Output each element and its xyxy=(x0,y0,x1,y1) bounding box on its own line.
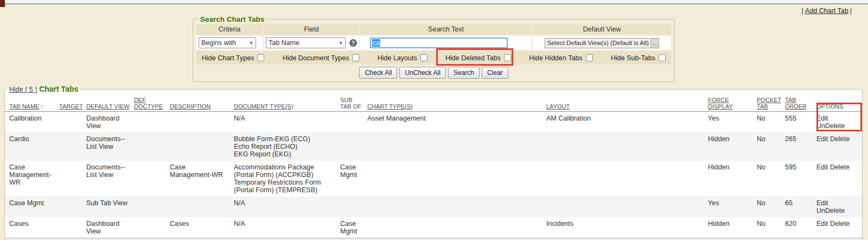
column-header-default-view[interactable]: DEFAULT VIEW xyxy=(86,96,134,112)
paging-status: DISPLAYING 1-5 / 5 xyxy=(5,238,862,240)
cell-default-view: Dashboard View xyxy=(86,112,134,133)
hide-sub-tabs-option: Hide Sub-Tabs xyxy=(611,54,666,62)
hide-hidden-tabs-option: Hide Hidden Tabs xyxy=(529,54,592,62)
chevron-down-icon: ▼ xyxy=(249,41,253,46)
undelete-link[interactable]: UnDelete xyxy=(816,122,845,130)
cell-pocket-tab: No xyxy=(757,112,785,133)
search-chart-tabs-panel: Search Chart Tabs Criteria Field Search … xyxy=(193,15,675,82)
cell-sub-tab-of xyxy=(340,197,367,217)
search-panel-legend: Search Chart Tabs xyxy=(198,15,266,23)
cell-pocket-tab: No xyxy=(757,132,785,161)
column-header-layout[interactable]: LAYOUT xyxy=(546,96,708,112)
search-button[interactable]: Search xyxy=(448,67,480,79)
column-header-tab-order[interactable]: TAB ORDER xyxy=(785,96,816,112)
search-buttons-row: Check All UnCheck All Search Clear xyxy=(196,65,672,79)
edit-link[interactable]: Edit xyxy=(816,163,828,171)
chevron-down-icon: ▼ xyxy=(339,41,343,46)
cell-tab-order: 555 xyxy=(785,112,816,133)
hide-document-types-option: Hide Document Types xyxy=(283,54,360,62)
column-header-document-types[interactable]: DOCUMENT TYPE(S) xyxy=(234,96,340,112)
cell-document-types: Accommodations Package (Portal Form) (AC… xyxy=(234,161,340,197)
table-row: Calibration Dashboard View N/A Asset Man… xyxy=(5,112,862,133)
hide-chart-types-label: Hide Chart Types xyxy=(202,54,254,62)
field-select[interactable]: Tab Name ▼ xyxy=(266,37,346,48)
hide-chart-types-checkbox[interactable] xyxy=(257,54,264,61)
uncheck-all-button[interactable]: UnCheck All xyxy=(399,67,445,79)
hide-deleted-tabs-option: Hide Deleted Tabs xyxy=(445,54,511,62)
criteria-column-header: Criteria xyxy=(196,24,263,35)
cell-chart-types xyxy=(367,197,546,217)
cell-tab-name: Cardio xyxy=(5,132,59,161)
delete-link[interactable]: Delete xyxy=(830,220,850,228)
cell-def-doctype xyxy=(134,217,170,238)
delete-link[interactable]: Delete xyxy=(830,135,850,143)
column-header-target[interactable]: TARGET xyxy=(59,96,86,112)
hide-sub-tabs-checkbox[interactable] xyxy=(659,54,666,61)
separator-pipe: | xyxy=(850,7,852,15)
cell-default-view: Documents--List View xyxy=(86,161,134,197)
column-header-pocket-tab[interactable]: POCKET TAB xyxy=(757,96,785,112)
cell-options: Edit UnDelete xyxy=(816,112,862,133)
corner-artifact xyxy=(0,0,5,7)
cell-tab-order: 595 xyxy=(785,161,816,197)
default-view-cell: Select Default View(s) (Default is All) … xyxy=(533,36,671,50)
hide-results-link[interactable]: Hide ( 5 ) xyxy=(9,86,37,93)
chart-tabs-table: TAB NAME↑ TARGET DEFAULT VIEW DEF DOCTYP… xyxy=(5,96,862,238)
edit-link[interactable]: Edit xyxy=(816,115,828,122)
edit-link[interactable]: Edit xyxy=(816,199,828,207)
cell-tab-name: Case Mgmt xyxy=(5,197,59,217)
cell-default-view: Dashboard View xyxy=(86,217,134,238)
hide-deleted-tabs-checkbox[interactable] xyxy=(504,54,511,61)
cell-options: Edit Delete xyxy=(816,161,862,197)
column-header-tab-name[interactable]: TAB NAME↑ xyxy=(5,96,59,112)
help-icon[interactable]: ? xyxy=(349,39,357,47)
column-header-chart-types[interactable]: CHART TYPE(S) xyxy=(367,96,546,112)
add-chart-tab-bar: |Add Chart Tab| xyxy=(802,7,852,15)
cell-force-display: Hidden xyxy=(708,161,757,197)
cell-tab-name: Calibration xyxy=(5,112,59,133)
cell-tab-order: 265 xyxy=(785,132,816,161)
field-select-value: Tab Name xyxy=(269,39,299,47)
cell-options: Edit UnDelete xyxy=(816,197,862,217)
edit-link[interactable]: Edit xyxy=(816,135,828,143)
chart-tabs-results-panel: Hide ( 5 ) Chart Tabs TAB NAME↑ TARGET D… xyxy=(4,85,863,240)
hide-document-types-checkbox[interactable] xyxy=(352,54,359,61)
column-header-description[interactable]: DESCRIPTION xyxy=(170,96,234,112)
edit-link[interactable]: Edit xyxy=(816,220,828,228)
hide-chart-types-option: Hide Chart Types xyxy=(202,54,264,62)
cell-pocket-tab: No xyxy=(757,197,785,217)
cell-sub-tab-of: Case Mgmt xyxy=(340,161,367,197)
column-header-force-display[interactable]: FORCE DISPLAY xyxy=(708,96,757,112)
check-all-button[interactable]: Check All xyxy=(359,67,397,79)
clear-button[interactable]: Clear xyxy=(482,67,508,79)
ellipsis-button[interactable]: ... xyxy=(650,39,659,48)
default-view-selector[interactable]: Select Default View(s) (Default is All) … xyxy=(545,38,659,48)
cell-target xyxy=(59,161,86,197)
cell-chart-types xyxy=(367,161,546,197)
cell-tab-order: 620 xyxy=(785,217,816,238)
cell-force-display: Hidden xyxy=(708,217,757,238)
cell-target xyxy=(59,132,86,161)
cell-description: Case Management-WR xyxy=(170,161,234,197)
cell-pocket-tab: No xyxy=(757,217,785,238)
delete-link[interactable]: Delete xyxy=(830,163,850,171)
hide-filters-band: Hide Chart Types Hide Document Types Hid… xyxy=(196,51,671,65)
cell-description: Cases xyxy=(170,217,234,238)
default-view-selector-label: Select Default View(s) (Default is All) xyxy=(547,40,649,46)
cell-target xyxy=(59,112,86,133)
hide-layouts-checkbox[interactable] xyxy=(420,54,427,61)
hide-sub-tabs-label: Hide Sub-Tabs xyxy=(611,54,655,62)
hide-hidden-tabs-checkbox[interactable] xyxy=(586,54,593,61)
cell-chart-types: Asset Management xyxy=(367,112,546,133)
undelete-link[interactable]: UnDelete xyxy=(816,207,845,214)
add-chart-tab-link[interactable]: Add Chart Tab xyxy=(803,7,850,15)
criteria-select[interactable]: Begins with ▼ xyxy=(199,37,256,48)
cell-def-doctype xyxy=(134,132,170,161)
column-header-def-doctype[interactable]: DEF DOCTYPE xyxy=(134,96,170,112)
cell-layout xyxy=(546,132,708,161)
cell-layout xyxy=(546,161,708,197)
hide-document-types-label: Hide Document Types xyxy=(283,54,349,62)
cell-description xyxy=(170,132,234,161)
column-header-sub-tab-of: SUB TAB OF xyxy=(340,96,367,112)
search-text-input[interactable]: ca xyxy=(370,37,508,48)
